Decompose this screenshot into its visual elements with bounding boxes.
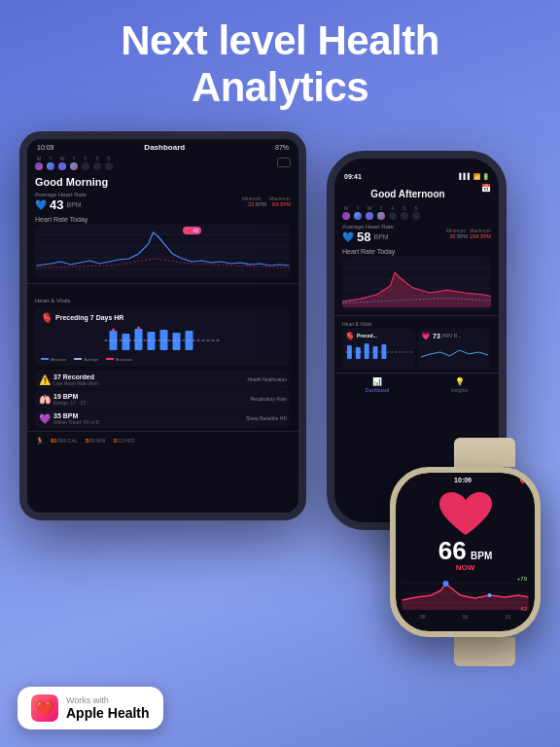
activity-icon: 🏃: [35, 437, 45, 445]
battery-icon: 🔋: [482, 173, 489, 180]
page-wrapper: Next level Health Analytics 10:09 Dashbo…: [0, 0, 560, 666]
respiratory-icon: 🫁: [39, 394, 51, 405]
iphone-chart: [342, 257, 491, 310]
svg-rect-22: [381, 344, 386, 359]
iphone-time: 09:41: [344, 173, 362, 180]
health-heart-icon: ❤️: [35, 699, 54, 718]
devices-container: 10:09 Dashboard 87% M T W: [0, 122, 560, 666]
day-s1: S: [93, 156, 101, 170]
svg-point-11: [112, 328, 115, 331]
iphone-day-selector: M T W T F: [334, 203, 499, 222]
watch-bpm-unit: BPM: [471, 551, 492, 561]
recorded-vital: ⚠️ 37 Recorded Low Heart Rate Alert Heal…: [35, 371, 291, 389]
ipad-chart: ❤️ 43: [35, 225, 291, 278]
ipad-chart-section: Heart Rate Today: [27, 214, 298, 280]
iphone-status-bar: 09:41 ▌▌▌ 📶 🔋: [334, 171, 499, 182]
day-s2: S: [105, 156, 113, 170]
svg-rect-8: [160, 330, 168, 350]
watch-heart-svg: [432, 488, 500, 542]
watch-time: 10:09: [454, 477, 472, 483]
calendar-icon[interactable]: [277, 158, 291, 167]
svg-rect-5: [122, 334, 130, 350]
ipad-day-selector: M T W T F: [27, 154, 298, 172]
watch-screen: ≡ 10:09 🫀 66 BPM NOW: [396, 473, 535, 631]
activity-section: 🏃 91/390 CAL 3/60 MIN 2/12 HRS: [27, 435, 298, 447]
iphone-day-s1: S: [401, 205, 408, 220]
calendar-icon-iphone: 📅: [481, 184, 491, 193]
day-m: M: [35, 156, 43, 170]
svg-rect-9: [173, 333, 181, 350]
sleep-icon: 💜: [39, 413, 51, 424]
notification-icon: ⚠️: [39, 374, 51, 385]
iphone-greeting: Good Afternoon: [370, 189, 444, 199]
works-with-label: Works with: [66, 695, 150, 705]
svg-point-27: [443, 581, 449, 587]
svg-rect-19: [356, 347, 361, 359]
watch-heart-display: 66 BPM NOW: [396, 484, 535, 576]
watch-device: ≡ 10:09 🫀 66 BPM NOW: [390, 467, 541, 637]
iphone-bottom-nav[interactable]: 📊 Dashboard 💡 Insights: [334, 373, 499, 397]
iphone-preceding-card: 🫀 Preced...: [342, 329, 415, 369]
iphone-day-t2: T: [377, 205, 385, 220]
watch-chart-area: +79 42: [396, 576, 535, 614]
headline-line2: Analytics: [192, 64, 368, 110]
svg-rect-7: [148, 332, 156, 350]
health-badge-icon: ❤️: [31, 694, 58, 722]
iphone-day-s2: S: [412, 205, 420, 220]
wifi-icon: 📶: [473, 173, 480, 180]
svg-point-28: [488, 593, 492, 597]
day-w: W: [58, 156, 66, 170]
iphone-day-w: W: [366, 205, 373, 220]
preceding-title-text: Preceding 7 Days HR: [55, 314, 123, 321]
watch-time-labels: 08 09 10: [396, 614, 535, 620]
ipad-battery: 87%: [275, 144, 289, 151]
iphone-day-t1: T: [354, 205, 362, 220]
watch-upper-value: +79: [517, 576, 527, 582]
svg-rect-6: [135, 329, 143, 350]
iphone-notch: [388, 159, 446, 171]
headline-text: Next level Health Analytics: [0, 18, 560, 112]
svg-rect-21: [373, 346, 378, 359]
watch-lower-value: 42: [520, 606, 527, 612]
headline-section: Next level Health Analytics: [0, 0, 560, 122]
watch-status-bar: ≡ 10:09 🫀: [396, 473, 535, 484]
iphone-heart-icon: 💙: [342, 231, 354, 242]
watch-menu-icon: ≡: [403, 477, 407, 483]
iphone-hrv-card: 💗 73 HRV R...: [418, 329, 491, 369]
svg-rect-20: [365, 343, 369, 359]
ipad-heart-rate: Average Heart Rate 💙 43 BPM Minimum Maxi…: [27, 190, 298, 214]
ipad-title: Dashboard: [144, 143, 185, 152]
chart-title: Heart Rate Today: [35, 216, 291, 223]
nav-insights[interactable]: 💡 Insights: [451, 377, 468, 393]
day-f: F: [82, 156, 89, 170]
heart-vitals-icon: 🫀: [41, 312, 52, 323]
watch-bpm-note: NOW: [456, 563, 475, 572]
ipad-status-bar: 10:09 Dashboard 87%: [27, 139, 298, 154]
hr-value: 💙 43 BPM: [35, 197, 87, 212]
iphone-vitals-grid: 🫀 Preced...: [334, 329, 499, 371]
sleep-vital: 💜 35 BPM Within Trend: 40 +/-5 Sleep Bas…: [35, 409, 291, 428]
health-badge-text: Works with Apple Health: [66, 695, 150, 721]
headline-line1: Next level Health: [121, 18, 439, 63]
ipad-screen: 10:09 Dashboard 87% M T W: [27, 139, 298, 513]
respiratory-vital: 🫁 19 BPM Range: 17 - 23 Respiratory Rate: [35, 390, 291, 409]
iphone-hr-value: 💙 58 BPM: [342, 230, 394, 244]
heart-vitals-label: Heart & Vitals: [27, 287, 298, 308]
watch-band-top: [454, 438, 515, 467]
iphone-day-m: M: [342, 205, 350, 220]
svg-point-12: [137, 326, 140, 329]
nav-dashboard[interactable]: 📊 Dashboard: [366, 377, 389, 393]
iphone-heart-rate: Average Heart Rate 💙 58 BPM Minimum Maxi…: [334, 222, 499, 246]
preceding-hr-card: 🫀 Preceding 7 Days HR: [35, 308, 291, 366]
signal-icon: ▌▌▌: [459, 173, 472, 179]
chart-bubble: ❤️ 43: [183, 227, 201, 234]
ipad-greeting: Good Morning: [27, 172, 298, 190]
preceding-mini-chart: [41, 326, 285, 355]
hr-min-max: Minimum Maximum 33 BPM 89 BPM: [242, 196, 291, 207]
heart-icon: 💙: [35, 199, 47, 210]
apple-health-label: Apple Health: [66, 705, 150, 721]
ipad-time: 10:09: [37, 144, 54, 151]
iphone-chart-section: Heart Rate Today: [334, 246, 499, 312]
ipad-device: 10:09 Dashboard 87% M T W: [19, 131, 306, 520]
preceding-card-wrapper: 🫀 Preceding 7 Days HR: [27, 308, 298, 370]
